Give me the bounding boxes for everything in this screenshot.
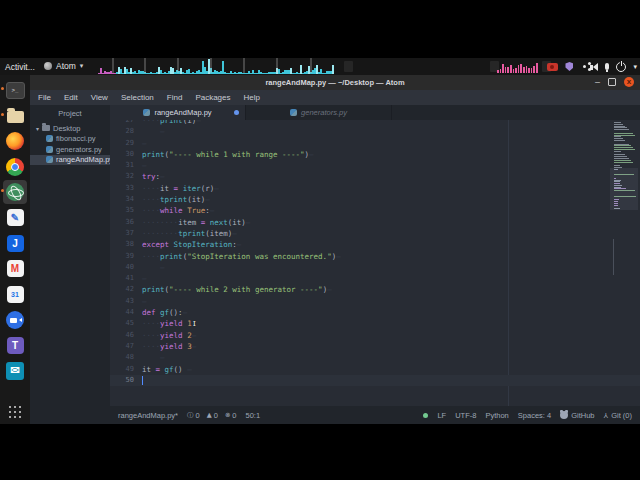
- warning-icon[interactable]: ▲0: [207, 411, 218, 420]
- app-menu-label: Atom: [56, 61, 76, 71]
- title-bar[interactable]: rangeAndMap.py — ~/Desktop — Atom – x: [30, 75, 640, 90]
- menu-bar: FileEditViewSelectionFindPackagesHelp: [30, 90, 640, 105]
- gmail-icon[interactable]: M: [3, 257, 27, 281]
- tree-view: Project ▾ Desktop fibonacci.pygenerators…: [30, 105, 110, 424]
- chrome-icon[interactable]: [3, 155, 27, 179]
- info-icon[interactable]: ⓘ0: [187, 411, 200, 420]
- code-line-36[interactable]: 36········item = next(it)–: [110, 217, 640, 228]
- tree-file-fibonacci.py[interactable]: fibonacci.py: [30, 134, 110, 145]
- modified-indicator[interactable]: [234, 110, 239, 115]
- linter-diagnostics[interactable]: ⓘ0▲0⊗0: [187, 411, 236, 420]
- editor-pane: rangeAndMap.pygenerators.py 27····print(…: [110, 105, 640, 424]
- git-status[interactable]: Y Git (0): [603, 411, 632, 420]
- firefox-icon[interactable]: [3, 129, 27, 153]
- code-line-46[interactable]: 46····yield 2–: [110, 330, 640, 341]
- code-line-49[interactable]: 49it = gf() –: [110, 364, 640, 375]
- code-line-42[interactable]: 42print("---- while 2 with generator ---…: [110, 284, 640, 295]
- tree-file-rangeAndMap.py[interactable]: rangeAndMap.py: [30, 155, 110, 166]
- text-editor-icon[interactable]: ✎: [3, 206, 27, 230]
- code-line-45[interactable]: 45····yield 1I: [110, 318, 640, 329]
- tab-rangeAndMap.py[interactable]: rangeAndMap.py: [110, 105, 246, 120]
- menu-help[interactable]: Help: [244, 93, 260, 102]
- power-icon[interactable]: [616, 62, 626, 72]
- code-line-35[interactable]: 35····while True:–: [110, 205, 640, 216]
- meet-icon[interactable]: [3, 308, 27, 332]
- cursor-position[interactable]: 50:1: [246, 411, 261, 420]
- code-line-37[interactable]: 37········tprint(item)–: [110, 228, 640, 239]
- code-line-32[interactable]: 32try:–: [110, 171, 640, 182]
- folder-label: Desktop: [53, 124, 81, 133]
- code-line-28[interactable]: 28 –: [110, 126, 640, 137]
- chevron-down-icon[interactable]: ▾: [633, 63, 637, 71]
- code-line-43[interactable]: 43–: [110, 296, 640, 307]
- minimap-viewport[interactable]: [610, 168, 638, 210]
- file-label: rangeAndMap.py: [56, 155, 110, 164]
- code-line-47[interactable]: 47····yield 3–: [110, 341, 640, 352]
- code-line-41[interactable]: 41–: [110, 273, 640, 284]
- tree-file-generators.py[interactable]: generators.py: [30, 144, 110, 155]
- microphone-icon[interactable]: [605, 63, 609, 70]
- scrollbar[interactable]: [613, 239, 614, 275]
- terminal-icon[interactable]: [3, 78, 27, 102]
- app-grid-icon[interactable]: [3, 399, 27, 423]
- code-line-33[interactable]: 33····it = iter(r)–: [110, 183, 640, 194]
- line-ending[interactable]: LF: [437, 411, 446, 420]
- mail-icon[interactable]: ✉: [3, 359, 27, 383]
- code-line-48[interactable]: 48 –: [110, 352, 640, 363]
- menu-packages[interactable]: Packages: [195, 93, 230, 102]
- text-cursor: [142, 376, 143, 385]
- tree-folder-desktop[interactable]: ▾ Desktop: [30, 123, 110, 134]
- code-line-30[interactable]: 30print("---- while 1 with range ----")–: [110, 149, 640, 160]
- tab-label: generators.py: [301, 108, 347, 117]
- files-icon[interactable]: [3, 104, 27, 128]
- code-line-40[interactable]: 40 –: [110, 262, 640, 273]
- code-line-31[interactable]: 31–: [110, 160, 640, 171]
- indent-setting[interactable]: Spaces: 4: [518, 411, 551, 420]
- code-line-34[interactable]: 34····tprint(it)–: [110, 194, 640, 205]
- running-indicator: [1, 113, 4, 116]
- menu-edit[interactable]: Edit: [64, 93, 78, 102]
- close-button[interactable]: x: [624, 77, 634, 87]
- atom-window: rangeAndMap.py — ~/Desktop — Atom – x Fi…: [30, 75, 640, 424]
- activities-button[interactable]: Activit...: [5, 62, 35, 72]
- code-editor[interactable]: 27····print(i)–28 –29–30print("---- whil…: [110, 120, 640, 406]
- volume-icon[interactable]: [593, 63, 598, 71]
- teams-icon[interactable]: T: [3, 333, 27, 357]
- menu-find[interactable]: Find: [167, 93, 183, 102]
- minimap[interactable]: [612, 122, 638, 406]
- code-line-50[interactable]: 50: [110, 375, 640, 386]
- network-share-icon[interactable]: [583, 65, 586, 68]
- code-line-29[interactable]: 29–: [110, 138, 640, 149]
- top-panel: Activit... Atom ▾ ▾: [0, 58, 640, 75]
- github-status[interactable]: GitHub: [560, 411, 594, 420]
- python-file-icon: [46, 135, 53, 142]
- code-line-39[interactable]: 39····print("StopIteration was encounter…: [110, 251, 640, 262]
- menu-file[interactable]: File: [38, 93, 51, 102]
- status-filename[interactable]: rangeAndMap.py*: [118, 411, 178, 420]
- joplin-icon[interactable]: J: [3, 231, 27, 255]
- calendar-icon[interactable]: 31: [3, 282, 27, 306]
- tab-label: rangeAndMap.py: [154, 108, 211, 117]
- menu-selection[interactable]: Selection: [121, 93, 154, 102]
- atom-icon[interactable]: [3, 180, 27, 204]
- minimize-button[interactable]: –: [595, 78, 600, 87]
- error-icon[interactable]: ⊗0: [225, 411, 237, 420]
- window-title: rangeAndMap.py — ~/Desktop — Atom: [30, 78, 640, 87]
- app-menu[interactable]: Atom ▾: [44, 61, 83, 71]
- running-indicator: [1, 189, 4, 192]
- mouse-ibeam-cursor: I: [193, 319, 196, 328]
- code-line-44[interactable]: 44def gf():–: [110, 307, 640, 318]
- dock: ✎JM31T✉: [0, 75, 30, 424]
- linter-status-icon[interactable]: [423, 413, 428, 418]
- shield-icon[interactable]: [565, 62, 573, 71]
- app-menu-icon: [44, 62, 52, 70]
- tab-generators.py[interactable]: generators.py: [246, 105, 392, 120]
- grammar[interactable]: Python: [485, 411, 508, 420]
- code-line-38[interactable]: 38except StopIteration:–: [110, 239, 640, 250]
- file-label: fibonacci.py: [56, 134, 96, 143]
- menu-view[interactable]: View: [91, 93, 108, 102]
- screen-record-icon[interactable]: [547, 63, 558, 71]
- system-tray[interactable]: ▾: [547, 58, 637, 75]
- encoding[interactable]: UTF-8: [455, 411, 476, 420]
- maximize-button[interactable]: [608, 78, 616, 86]
